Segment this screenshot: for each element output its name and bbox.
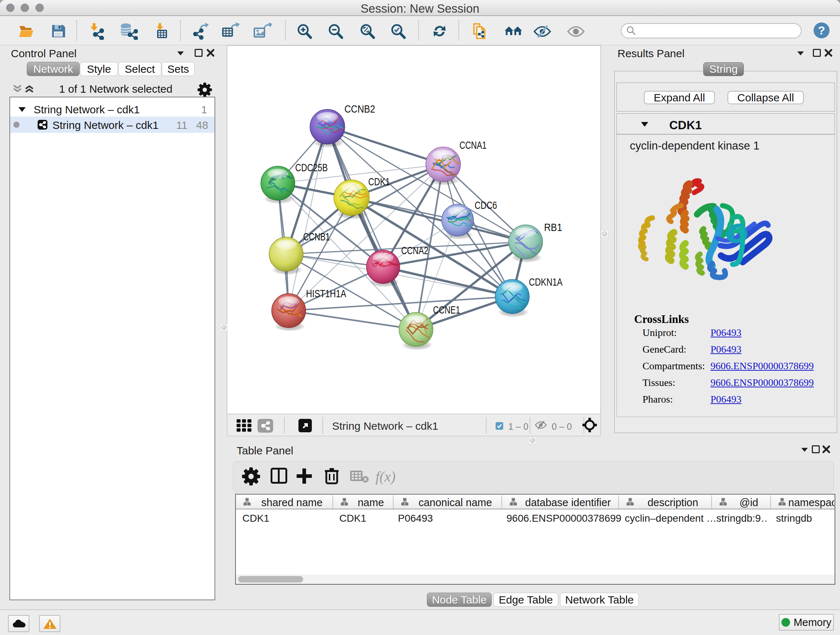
svg-text:CDC6: CDC6	[475, 200, 497, 211]
svg-text:CCNE1: CCNE1	[433, 304, 460, 316]
svg-text:CCNB1: CCNB1	[303, 231, 330, 242]
svg-text:CCNA1: CCNA1	[459, 139, 486, 151]
svg-text:CDKN1A: CDKN1A	[529, 276, 563, 288]
svg-text:RB1: RB1	[544, 222, 562, 233]
svg-text:CCNA2: CCNA2	[401, 245, 428, 256]
svg-text:CDC25B: CDC25B	[295, 162, 328, 173]
svg-text:CCNB2: CCNB2	[344, 103, 375, 115]
svg-text:CDK1: CDK1	[368, 176, 390, 187]
svg-text:HIST1H1A: HIST1H1A	[306, 288, 347, 299]
